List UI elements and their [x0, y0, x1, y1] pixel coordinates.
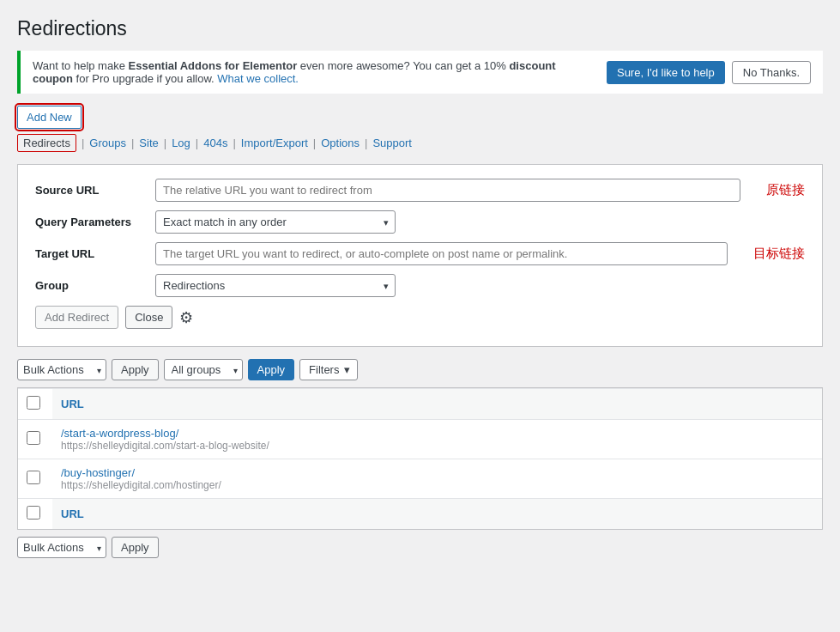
filters-dropdown-icon: ▾: [344, 363, 350, 376]
footer-select-all-checkbox[interactable]: [27, 506, 40, 520]
groups-apply-button[interactable]: Apply: [248, 359, 295, 380]
select-all-checkbox[interactable]: [27, 396, 40, 410]
query-params-select-wrap: Exact match in any order Ignore all para…: [155, 210, 396, 234]
bottom-bulk-actions-select[interactable]: Bulk Actions: [17, 537, 106, 558]
group-row: Group Redirections ▾: [35, 274, 805, 297]
row2-url-link[interactable]: /buy-hostinger/: [61, 466, 135, 479]
group-select[interactable]: Redirections: [155, 274, 396, 297]
nav-item-support[interactable]: Support: [372, 137, 412, 149]
source-url-input[interactable]: [155, 179, 740, 202]
nav-item-groups[interactable]: Groups: [89, 137, 126, 149]
bulk-actions-wrap: Bulk Actions ▾: [17, 359, 106, 380]
filters-button[interactable]: Filters ▾: [299, 359, 358, 380]
bulk-actions-select[interactable]: Bulk Actions: [17, 359, 106, 380]
row1-checkbox[interactable]: [27, 431, 40, 445]
yes-help-button[interactable]: Sure, I'd like to help: [607, 61, 725, 84]
query-params-select[interactable]: Exact match in any order Ignore all para…: [155, 210, 396, 234]
target-url-input[interactable]: [155, 242, 728, 265]
row2-target: https://shelleydigital.com/hostinger/: [61, 479, 813, 491]
banner-actions: Sure, I'd like to help No Thanks.: [607, 61, 811, 84]
banner-text-after: for Pro upgrade if you allow.: [73, 72, 215, 85]
source-url-label: Source URL: [35, 184, 155, 197]
close-button[interactable]: Close: [125, 306, 172, 329]
nav-sep-3: |: [164, 137, 166, 149]
page-title: Redirections: [17, 17, 823, 40]
row2-checkbox-cell: [18, 459, 52, 499]
nav-sep-7: |: [365, 137, 367, 149]
nav-item-options[interactable]: Options: [321, 137, 360, 149]
table-row: /buy-hostinger/ https://shelleydigital.c…: [18, 459, 822, 499]
footer-checkbox-cell: [18, 499, 52, 530]
target-url-field: [155, 242, 728, 265]
nav-bar: Redirects | Groups | Site | Log | 404s |…: [17, 134, 823, 152]
add-new-button[interactable]: Add New: [17, 106, 82, 129]
row1-url-cell: /start-a-wordpress-blog/ https://shelley…: [52, 420, 822, 459]
table-footer-row: URL: [18, 499, 822, 530]
banner-link[interactable]: What we collect.: [217, 72, 299, 85]
group-field: Redirections ▾: [155, 274, 805, 297]
footer-url-sort-link[interactable]: URL: [61, 507, 84, 520]
filters-wrap: Filters ▾: [299, 359, 358, 380]
nav-item-import-export[interactable]: Import/Export: [241, 137, 308, 149]
row1-target: https://shelleydigital.com/start-a-blog-…: [61, 440, 813, 452]
add-new-wrap: Add New: [17, 106, 823, 129]
redirects-table: URL /start-a-wordpress-blog/ https://she…: [18, 388, 822, 529]
redirects-table-wrapper: URL /start-a-wordpress-blog/ https://she…: [17, 387, 823, 530]
banner-bold1: Essential Addons for Elementor: [129, 59, 298, 72]
header-url-col: URL: [52, 389, 822, 420]
top-apply-button[interactable]: Apply: [112, 359, 159, 380]
header-checkbox-cell: [18, 389, 52, 420]
top-toolbar: Bulk Actions ▾ Apply All groups ▾ Apply …: [17, 359, 823, 380]
group-label: Group: [35, 279, 155, 292]
query-params-row: Query Parameters Exact match in any orde…: [35, 210, 805, 234]
all-groups-select[interactable]: All groups: [164, 359, 243, 380]
row1-checkbox-cell: [18, 420, 52, 459]
table-header-row: URL: [18, 389, 822, 420]
target-url-chinese-label: 目标链接: [753, 246, 805, 262]
nav-sep-5: |: [233, 137, 235, 149]
no-thanks-button[interactable]: No Thanks.: [732, 61, 811, 84]
banner-text-before: Want to help make: [33, 59, 129, 72]
query-params-label: Query Parameters: [35, 216, 155, 228]
row1-url-link[interactable]: /start-a-wordpress-blog/: [61, 427, 178, 440]
filters-label: Filters: [309, 363, 339, 376]
bottom-apply-button[interactable]: Apply: [112, 537, 159, 558]
group-select-wrap: Redirections ▾: [155, 274, 396, 297]
nav-item-log[interactable]: Log: [172, 137, 190, 149]
nav-sep-1: |: [82, 137, 84, 149]
target-url-row: Target URL 目标链接: [35, 242, 805, 265]
nav-sep-6: |: [313, 137, 316, 149]
banner-text-middle: even more awesome? You can get a 10%: [297, 59, 509, 72]
row2-url-cell: /buy-hostinger/ https://shelleydigital.c…: [52, 459, 822, 499]
target-url-label: Target URL: [35, 247, 155, 260]
url-sort-link[interactable]: URL: [61, 398, 84, 410]
form-actions: Add Redirect Close ⚙: [35, 306, 805, 329]
nav-item-redirects[interactable]: Redirects: [17, 134, 76, 152]
bottom-bulk-actions-wrap: Bulk Actions ▾: [17, 537, 106, 558]
add-redirect-button[interactable]: Add Redirect: [35, 306, 118, 329]
nav-sep-4: |: [196, 137, 198, 149]
redirect-form: Source URL 原链接 Query Parameters Exact ma…: [17, 164, 823, 347]
query-params-field: Exact match in any order Ignore all para…: [155, 210, 805, 234]
bottom-toolbar: Bulk Actions ▾ Apply: [17, 537, 823, 558]
source-url-chinese-label: 原链接: [766, 182, 805, 198]
promo-banner: Want to help make Essential Addons for E…: [17, 51, 823, 94]
banner-text: Want to help make Essential Addons for E…: [33, 59, 596, 85]
nav-item-404s[interactable]: 404s: [203, 137, 227, 149]
nav-item-site[interactable]: Site: [139, 137, 158, 149]
footer-url-col: URL: [52, 499, 822, 530]
row2-checkbox[interactable]: [27, 471, 40, 484]
nav-sep-2: |: [131, 137, 134, 149]
all-groups-wrap: All groups ▾: [164, 359, 243, 380]
settings-icon[interactable]: ⚙: [179, 308, 193, 327]
source-url-row: Source URL 原链接: [35, 179, 805, 202]
table-row: /start-a-wordpress-blog/ https://shelley…: [18, 420, 822, 459]
source-url-field: [155, 179, 740, 202]
